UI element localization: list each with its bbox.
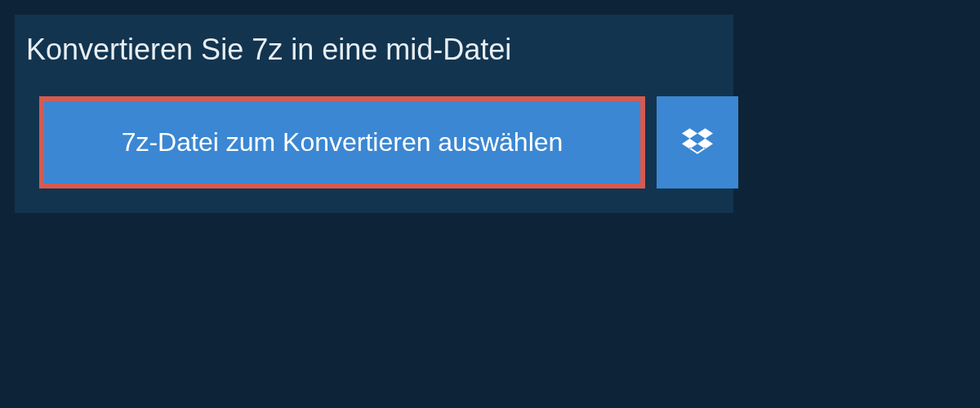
select-file-button[interactable]: 7z-Datei zum Konvertieren auswählen	[39, 96, 645, 188]
select-file-button-label: 7z-Datei zum Konvertieren auswählen	[122, 127, 564, 157]
dropbox-button[interactable]	[657, 96, 738, 188]
heading-container: Konvertieren Sie 7z in eine mid-Datei	[15, 15, 541, 85]
page-title: Konvertieren Sie 7z in eine mid-Datei	[26, 33, 511, 67]
dropbox-icon	[682, 126, 713, 160]
converter-panel: Konvertieren Sie 7z in eine mid-Datei 7z…	[15, 15, 733, 213]
button-row: 7z-Datei zum Konvertieren auswählen	[15, 85, 733, 213]
